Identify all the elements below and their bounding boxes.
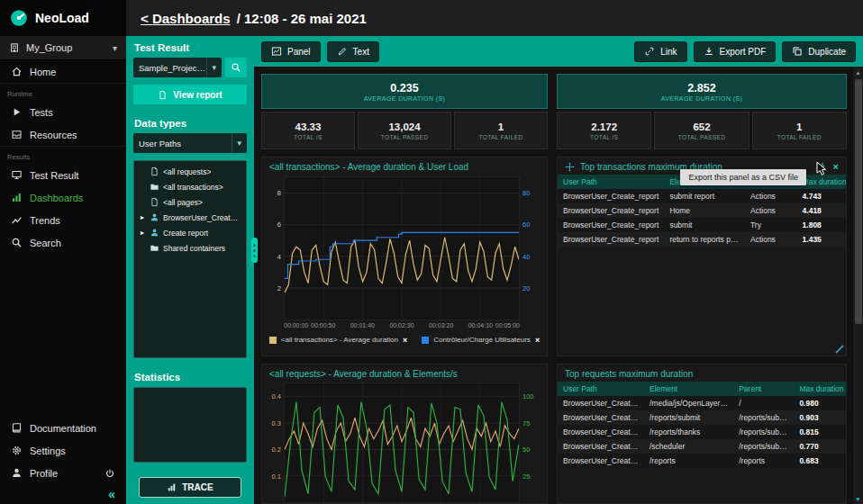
axis-tick-label: 0.2	[272, 446, 281, 454]
project-select[interactable]: Sample_Project - 1 ▾	[133, 58, 222, 77]
scroll-up-icon[interactable]: ▲	[853, 67, 863, 77]
table-cell: /reports/submit	[644, 410, 733, 425]
table-cell: 0.770	[794, 439, 846, 454]
kpi-label: AVERAGE DURATION (S)	[364, 95, 446, 102]
table-row: BrowserUser_Create_report/reports/submit…	[558, 410, 846, 425]
kpi-average-duration: 2.852 AVERAGE DURATION (S)	[557, 74, 847, 109]
column-header: Parent	[733, 382, 794, 396]
table-cell: /reports/submit	[733, 410, 794, 425]
bar-chart-icon	[11, 192, 23, 203]
sidebar-item-label: Trends	[30, 215, 60, 226]
tree-item[interactable]: ▸Create report	[134, 225, 246, 240]
kpi-stat-total-failed: 1TOTAL FAILED	[454, 112, 548, 149]
bar-chart-icon	[167, 482, 177, 492]
table-cell: /reports	[644, 454, 733, 468]
page-title: / 12:08 - 26 mai 2021	[237, 11, 367, 26]
table-cell: /reports/submit	[733, 439, 794, 454]
tree-item[interactable]: ▸BrowserUser_Create_report	[134, 210, 246, 225]
tree-item[interactable]: <all transactions>	[134, 179, 246, 194]
link-button[interactable]: Link	[634, 41, 686, 62]
panel-icon	[271, 46, 282, 57]
x-tick-label: 00:01:40	[350, 322, 375, 328]
home-icon	[11, 66, 23, 77]
statistics-heading: Statistics	[126, 365, 254, 387]
close-panel-icon[interactable]: ×	[833, 162, 839, 172]
right-axis: 100755025	[520, 382, 541, 503]
collapse-sidebar-button[interactable]: «	[0, 484, 126, 504]
sidebar-item-test-result[interactable]: Test Result	[0, 164, 126, 186]
resize-handle[interactable]	[835, 345, 844, 354]
axis-tick-label: 20	[522, 284, 530, 292]
remove-series-icon[interactable]: ×	[535, 336, 540, 345]
axis-tick-label: 25	[522, 472, 530, 481]
scroll-down-icon[interactable]: ▼	[853, 493, 863, 504]
x-tick-label: 00:05:00	[495, 322, 520, 328]
caret-right-icon[interactable]: ▸	[139, 213, 146, 221]
top-requests-panel: Top requests maximum duration User PathE…	[557, 364, 847, 504]
table-cell: 4.418	[797, 203, 846, 218]
legend-label: Contrôleur/Charge Utilisateurs	[433, 336, 531, 344]
sidebar-item-trends[interactable]: Trends	[0, 209, 126, 231]
top-transactions-table: User PathElementParentMax duration (s)Br…	[558, 175, 846, 247]
main-scrollbar[interactable]: ▲ ▼	[852, 67, 863, 504]
tree-item[interactable]: <all pages>	[134, 194, 246, 210]
sidebar-item-label: Resources	[30, 130, 77, 140]
scrollbar-thumb[interactable]	[855, 79, 862, 324]
view-report-button[interactable]: View report	[133, 85, 247, 104]
power-icon[interactable]	[104, 468, 115, 479]
axis-tick-label: 50	[522, 446, 530, 454]
add-panel-button[interactable]: Panel	[261, 41, 321, 62]
kpi-panel-pages: 2.852 AVERAGE DURATION (S) 2.172TOTAL /S…	[557, 74, 847, 149]
axis-tick-label: 0.3	[272, 419, 281, 428]
sidebar-item-label: Dashboards	[30, 193, 83, 203]
column-header: User Path	[558, 382, 644, 396]
sidebar-item-settings[interactable]: Settings	[0, 439, 126, 462]
drag-handle-icon[interactable]	[565, 162, 575, 172]
table-row: BrowserUser_Create_reportreturn to repor…	[558, 232, 846, 247]
folder-icon	[150, 243, 159, 253]
sidebar-item-resources[interactable]: Resources	[0, 123, 126, 146]
app-logo: NeoLoad	[0, 0, 126, 36]
breadcrumb-back-link[interactable]: < Dashboards	[141, 11, 231, 26]
kpi-value: 0.235	[390, 82, 418, 94]
x-tick-label: 00:03:20	[429, 322, 453, 328]
chart-title: <all requests> - Average duration & Elem…	[262, 364, 547, 381]
x-axis: 00:00:0000:00:5000:01:4000:02:3000:03:20…	[284, 322, 520, 332]
sidebar-item-profile[interactable]: Profile	[0, 462, 126, 484]
group-selector[interactable]: My_Group ▾	[0, 36, 126, 60]
app-window: NeoLoad My_Group ▾ Home Runtime Tests Re…	[0, 0, 863, 504]
sidebar-item-tests[interactable]: Tests	[0, 101, 126, 123]
column-header: User Path	[558, 175, 664, 189]
duplicate-button[interactable]: Duplicate	[782, 41, 856, 62]
chart-legend: <all transactions> - Average duration × …	[262, 332, 547, 347]
sidebar-item-dashboards[interactable]: Dashboards	[0, 186, 126, 209]
table-cell: Actions	[745, 203, 797, 218]
caret-right-icon[interactable]: ▸	[139, 229, 146, 237]
sidebar-item-search[interactable]: Search	[0, 231, 126, 254]
tree-item[interactable]: <all requests>	[134, 164, 246, 179]
left-axis: 8642	[268, 176, 284, 320]
legend-label: <all transactions> - Average duration	[281, 336, 398, 344]
export-csv-icon[interactable]	[817, 161, 828, 172]
axis-tick-label: 8	[277, 189, 281, 197]
splitter-handle[interactable]	[251, 238, 258, 263]
sidebar-item-documentation[interactable]: Documentation	[0, 417, 126, 439]
sidebar-item-home[interactable]: Home	[0, 60, 126, 83]
add-text-button[interactable]: Text	[327, 41, 379, 62]
table-cell: BrowserUser_Create_report	[558, 218, 664, 232]
export-pdf-button[interactable]: Export PDF	[694, 41, 777, 62]
play-icon	[11, 106, 23, 118]
axis-tick-label: 60	[522, 220, 530, 229]
table-cell: BrowserUser_Create_report	[558, 232, 664, 247]
chevron-down-icon: ▾	[113, 43, 117, 53]
remove-series-icon[interactable]: ×	[403, 336, 407, 345]
table-cell: 0.683	[794, 454, 846, 468]
data-type-select[interactable]: User Paths ▾	[133, 133, 247, 153]
tree-item[interactable]: Shared containers	[134, 240, 246, 256]
axis-tick-label: 2	[277, 284, 281, 292]
user-icon	[150, 228, 159, 238]
right-axis: 80604020	[520, 176, 541, 320]
trace-button[interactable]: TRACE	[139, 477, 241, 498]
kpi-value: 2.852	[687, 82, 715, 94]
search-test-button[interactable]	[225, 58, 247, 77]
